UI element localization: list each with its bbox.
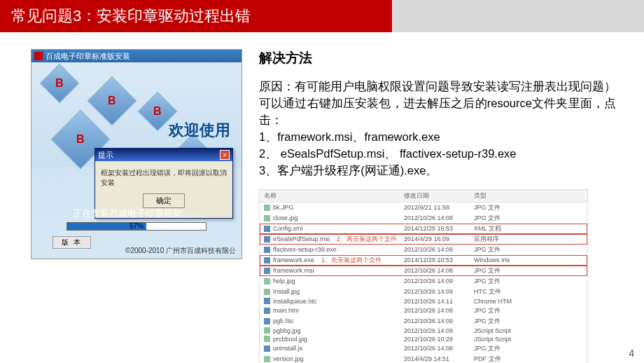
file-row: eSealsPdfSetup.msi2、再安装这两个文件2014/4/29 16… <box>260 234 587 245</box>
solution-cause: 原因：有可能用户电脑权限设置问题导致安装读写注册表出现问题） 可以通过右键加压安… <box>259 78 616 129</box>
file-name: close.jpg <box>273 214 298 221</box>
file-date: 2012/9/21 11:58 <box>404 204 474 211</box>
slide-title: 常见问题3：安装印章驱动过程出错 <box>11 6 251 27</box>
file-row: Install.jpg2012/10/26 14:09HTC 文件 <box>260 287 587 297</box>
file-icon <box>264 327 270 334</box>
file-icon <box>264 308 270 314</box>
file-type: Chrome HTM <box>474 298 583 305</box>
file-type: JPG 文件 <box>474 277 583 286</box>
file-icon <box>264 215 270 221</box>
left-column: 百成电子印章标准版安装 B B B B B 欢迎使用 提示 × 框架安装过程出现… <box>0 49 252 363</box>
dialog-titlebar: 提示 × <box>95 149 232 161</box>
right-column: 解决方法 原因：有可能用户电脑权限设置问题导致安装读写注册表出现问题） 可以通过… <box>252 49 644 363</box>
file-date: 2012/10/26 14:09 <box>404 278 474 285</box>
file-date: 2014/4/29 16:09 <box>404 235 474 242</box>
file-date: 2012/10/26 14:09 <box>404 327 474 334</box>
installer-window-title: 百成电子印章标准版安装 <box>46 51 130 62</box>
file-name: pgb.htc <box>273 317 294 324</box>
file-name: prcbbool.jpg <box>273 336 307 343</box>
file-type: HTC 文件 <box>474 287 583 296</box>
file-name: uninstall.js <box>273 345 302 352</box>
file-type: JPG 文件 <box>474 214 583 223</box>
file-type: JPG 文件 <box>474 203 583 212</box>
file-row: framework.msi2012/10/26 14:08JPG 文件 <box>260 266 587 276</box>
version-button[interactable]: 版 本 <box>52 236 91 249</box>
file-icon <box>264 289 270 295</box>
file-type: JScript Script <box>474 327 583 334</box>
solution-step-1: 1、framework.msi、framework.exe <box>259 129 616 146</box>
file-row: close.jpg2012/10/26 14:08JPG 文件 <box>260 213 587 224</box>
file-row: prcbbool.jpg2012/10/26 10:28JScript Scri… <box>260 335 587 343</box>
page-number: 4 <box>629 348 634 359</box>
file-icon <box>264 268 270 274</box>
file-date: 2012/10/26 14:08 <box>404 307 474 314</box>
file-name: framework.msi <box>273 267 314 274</box>
file-date: 2012/10/26 14:09 <box>404 288 474 295</box>
solution-heading: 解决方法 <box>259 49 616 67</box>
file-type: JPG 文件 <box>474 266 583 275</box>
file-icon <box>264 298 270 304</box>
progress-bar: 57% <box>66 222 206 231</box>
file-icon <box>264 278 270 285</box>
file-icon <box>264 247 270 253</box>
file-date: 2012/10/26 14:09 <box>404 317 474 324</box>
file-name: main.htm <box>273 307 299 314</box>
slide-title-bar: 常见问题3：安装印章驱动过程出错 <box>0 0 392 32</box>
file-row: uninstall.js2012/10/26 14:08JPG 文件 <box>260 343 587 354</box>
installer-titlebar: 百成电子印章标准版安装 <box>31 50 241 62</box>
file-icon <box>264 236 270 242</box>
file-icon <box>264 205 270 211</box>
explorer-header: 名称 修改日期 类型 <box>260 190 587 203</box>
file-type: XML 文档 <box>474 224 583 233</box>
annotation-text: 2、再安装这两个文件 <box>337 235 397 244</box>
file-date: 2012/10/26 14:09 <box>404 246 474 253</box>
header-grey-block <box>392 0 644 32</box>
file-name: Config.xml <box>273 225 303 232</box>
file-row: version.jpg2014/4/29 14:51PDF 文件 <box>260 354 587 363</box>
ok-button[interactable]: 确定 <box>143 193 185 208</box>
col-type: 类型 <box>474 191 583 200</box>
progress-row: 57% <box>31 222 241 231</box>
file-type: JPG 文件 <box>474 306 583 315</box>
file-name: ffactivex-setup-r39.exe <box>273 246 337 253</box>
file-icon <box>264 226 270 232</box>
file-icon <box>264 257 270 263</box>
file-row: Config.xml2014/12/25 16:53XML 文档 <box>260 224 587 234</box>
file-row: pgb.htc2012/10/26 14:09JPG 文件 <box>260 316 587 327</box>
annotation-text: 1、先安装这两个文件 <box>321 256 382 265</box>
dialog-title: 提示 <box>98 150 113 160</box>
file-name: installqueue.htc <box>273 298 317 305</box>
file-name: Install.jpg <box>273 288 300 295</box>
file-icon <box>264 345 270 352</box>
file-icon <box>264 318 270 324</box>
file-date: 2014/12/25 16:53 <box>404 225 474 232</box>
file-row: main.htm2012/10/26 14:08JPG 文件 <box>260 306 587 316</box>
file-name: bk.JPG <box>273 204 294 211</box>
solution-step-2: 2、 eSealsPdfSetup.msi、 ffactivex-setup-r… <box>259 146 616 163</box>
file-row: installqueue.htc2012/10/26 14:11Chrome H… <box>260 297 587 306</box>
file-type: JPG 文件 <box>474 344 583 353</box>
app-icon <box>34 52 43 60</box>
file-icon <box>264 336 270 342</box>
file-row: bk.JPG2012/9/21 11:58JPG 文件 <box>260 203 587 213</box>
file-date: 2012/10/26 14:08 <box>404 345 474 352</box>
file-date: 2012/10/26 14:08 <box>404 267 474 274</box>
cube-decoration: B <box>88 76 137 126</box>
file-type: 应用程序 <box>474 235 583 244</box>
solution-step-3: 3、客户端升级程序(网证通).exe。 <box>259 163 616 179</box>
file-row: ffactivex-setup-r39.exe2012/10/26 14:09J… <box>260 245 587 255</box>
installer-screenshot: 百成电子印章标准版安装 B B B B B 欢迎使用 提示 × 框架安装过程出现… <box>31 49 242 259</box>
welcome-text: 欢迎使用 <box>169 120 230 141</box>
explorer-rows: bk.JPG2012/9/21 11:58JPG 文件close.jpg2012… <box>260 203 587 363</box>
file-type: Windows Ins <box>474 256 583 263</box>
close-icon[interactable]: × <box>220 150 230 160</box>
file-explorer-screenshot: 名称 修改日期 类型 bk.JPG2012/9/21 11:58JPG 文件cl… <box>259 189 588 363</box>
file-type: JScript Script <box>474 336 583 343</box>
file-name: pgbbg.jpg <box>273 327 301 334</box>
solution-body: 原因：有可能用户电脑权限设置问题导致安装读写注册表出现问题） 可以通过右键加压安… <box>259 78 616 179</box>
file-name: help.jpg <box>273 278 295 285</box>
slide-header: 常见问题3：安装印章驱动过程出错 <box>0 0 644 32</box>
file-type: PDF 文件 <box>474 355 583 363</box>
file-date: 2014/4/29 14:51 <box>404 355 474 362</box>
file-date: 2012/10/26 14:11 <box>404 298 474 305</box>
